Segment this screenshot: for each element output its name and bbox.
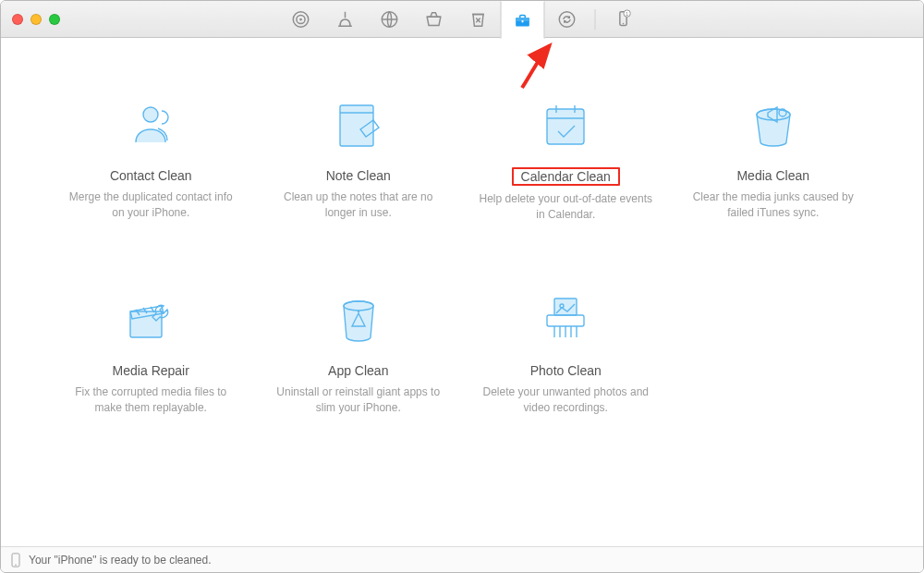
tool-title: Media Clean (733, 167, 813, 184)
tool-note-clean[interactable]: Note Clean Clean up the notes that are n… (266, 93, 451, 224)
titlebar: 1 (1, 1, 923, 38)
svg-rect-20 (547, 315, 584, 326)
media-bucket-icon (681, 93, 866, 158)
tool-title: App Clean (324, 362, 392, 379)
target-icon (291, 9, 311, 30)
zoom-window-button[interactable] (49, 14, 60, 25)
tool-title: Note Clean (322, 167, 395, 184)
svg-point-9 (623, 22, 624, 23)
tool-app-clean[interactable]: App Clean Uninstall or reinstall giant a… (266, 288, 451, 417)
close-window-button[interactable] (12, 14, 23, 25)
tool-desc: Fix the corrupted media files to make th… (58, 384, 243, 417)
tools-grid: Contact Clean Merge the duplicated conta… (47, 93, 877, 417)
toolbar-separator (595, 9, 596, 30)
broom-icon (335, 9, 356, 30)
svg-point-2 (299, 18, 302, 20)
tool-title: Photo Clean (527, 362, 605, 379)
tab-recycle[interactable] (456, 1, 501, 38)
main-content: Contact Clean Merge the duplicated conta… (1, 38, 923, 546)
tool-media-repair[interactable]: Media Repair Fix the corrupted media fil… (58, 288, 243, 417)
tool-media-clean[interactable]: Media Clean Clear the media junks caused… (681, 93, 866, 224)
tool-desc: Merge the duplicated contact info on you… (58, 189, 243, 222)
svg-rect-12 (547, 109, 584, 144)
tool-title: Calendar Clean (512, 167, 620, 186)
tool-desc: Clean up the notes that are no longer in… (266, 189, 451, 222)
app-bin-icon (266, 288, 451, 353)
svg-rect-6 (522, 20, 524, 22)
tool-desc: Uninstall or reinstall giant apps to sli… (266, 384, 451, 417)
tool-desc: Delete your unwanted photos and video re… (473, 384, 658, 417)
svg-point-17 (358, 311, 359, 312)
tab-clean[interactable] (323, 1, 368, 38)
globe-icon (380, 9, 400, 30)
calendar-icon (473, 93, 658, 158)
tool-contact-clean[interactable]: Contact Clean Merge the duplicated conta… (58, 93, 243, 224)
tool-title: Contact Clean (106, 167, 196, 184)
tab-target[interactable] (279, 1, 323, 38)
tab-globe[interactable] (368, 1, 412, 38)
contacts-icon (58, 93, 243, 158)
status-text: Your "iPhone" is ready to be cleaned. (29, 554, 212, 567)
sync-icon (557, 9, 578, 30)
shredder-icon (473, 288, 658, 353)
status-bar: Your "iPhone" is ready to be cleaned. (1, 546, 923, 572)
phone-small-icon (10, 553, 21, 567)
app-window: 1 Contac (0, 0, 924, 573)
tab-toolbox[interactable] (501, 1, 545, 39)
note-icon (266, 93, 451, 158)
tool-desc: Help delete your out-of-date events in C… (473, 191, 658, 224)
tool-desc: Clear the media junks caused by failed i… (681, 189, 866, 222)
svg-point-22 (15, 564, 16, 565)
tab-basket[interactable] (412, 1, 456, 38)
device-button[interactable]: 1 (602, 1, 646, 38)
device-badge-count: 1 (626, 10, 628, 16)
svg-rect-11 (340, 105, 373, 146)
phone-device-icon: 1 (614, 9, 634, 30)
main-tabs: 1 (279, 1, 646, 37)
recycle-bin-icon (468, 9, 489, 30)
toolbox-icon (513, 10, 533, 30)
minimize-window-button[interactable] (30, 14, 42, 25)
clapper-wrench-icon (58, 288, 243, 353)
window-controls (12, 14, 60, 25)
tool-photo-clean[interactable]: Photo Clean Delete your unwanted photos … (473, 288, 658, 417)
svg-point-7 (559, 11, 575, 27)
tool-calendar-clean[interactable]: Calendar Clean Help delete your out-of-d… (473, 93, 658, 224)
basket-icon (424, 9, 444, 30)
tab-circle-refresh[interactable] (545, 1, 590, 38)
tool-title: Media Repair (109, 362, 193, 379)
svg-rect-15 (130, 311, 162, 337)
